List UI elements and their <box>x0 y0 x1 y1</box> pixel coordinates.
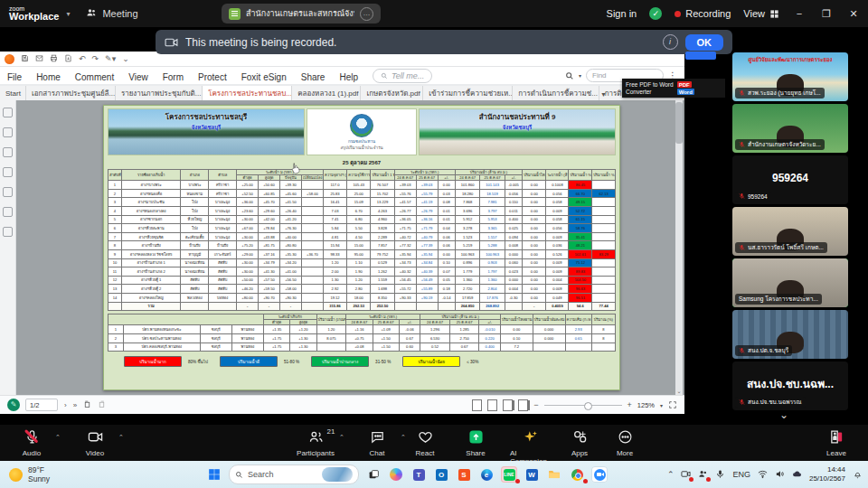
tab-meeting[interactable]: Meeting <box>77 4 146 23</box>
zoomapp-taskbar-icon[interactable] <box>591 466 608 483</box>
copilot-taskbar-icon[interactable] <box>388 466 404 483</box>
close-button[interactable]: ✕ <box>846 8 861 20</box>
minimize-button[interactable]: − <box>792 8 807 19</box>
participant-tile[interactable]: ศูนย์วิจัยและพัฒนาการเกษตรระยองสวพ.ระยอง… <box>732 52 848 101</box>
scrollbar-thumb[interactable] <box>675 102 683 144</box>
customize-toolbar-icon[interactable]: ⌄ <box>122 55 129 63</box>
comments-icon[interactable] <box>3 147 13 157</box>
chevron-up-icon[interactable]: ⌃ <box>118 434 124 441</box>
next-page-icon[interactable]: › <box>64 401 67 409</box>
zoom-in-icon[interactable]: + <box>627 400 632 409</box>
sapp-taskbar-icon[interactable]: S <box>456 466 472 483</box>
participant-tile[interactable]: สนง.ปต.จ.ชลบุรี <box>732 310 848 359</box>
save-icon[interactable] <box>21 54 29 64</box>
tell-me-search[interactable]: Tell me... <box>373 69 432 83</box>
language-indicator[interactable]: ENG <box>732 470 750 479</box>
sidebar-scroll-down-icon[interactable]: ⌄ <box>779 408 788 421</box>
line-taskbar-icon[interactable]: LINE <box>501 466 517 483</box>
annotate-pencil-icon[interactable]: ✎ <box>7 399 20 411</box>
find-search-icon[interactable] <box>565 71 574 80</box>
facing-continuous-view-icon[interactable] <box>518 399 528 411</box>
ellipsis-icon[interactable]: … <box>360 7 373 21</box>
participant-tile[interactable]: สำนักงานเกษตรจังหวัดระย... <box>732 104 848 153</box>
print-icon[interactable] <box>50 54 58 64</box>
participant-tile[interactable]: 959264959264 <box>732 155 848 204</box>
menu-comment[interactable]: Comment <box>75 72 114 82</box>
outlook-taskbar-icon[interactable]: O <box>433 466 449 483</box>
document-tab[interactable]: การดำเนินการชี้ความช่... <box>513 86 599 100</box>
maximize-button[interactable]: ❐ <box>819 8 834 20</box>
chrome-taskbar-icon[interactable] <box>569 466 585 483</box>
signature-icon[interactable] <box>3 207 13 217</box>
explorer-taskbar-icon[interactable] <box>546 466 562 483</box>
page-thumbnails-icon[interactable] <box>3 127 13 137</box>
single-page-view-icon[interactable] <box>472 399 482 411</box>
email-icon[interactable] <box>35 54 43 64</box>
foxit-logo-icon[interactable] <box>5 54 14 64</box>
sign-in-button[interactable]: Sign in <box>607 8 637 19</box>
document-tab[interactable]: โครงการชลประทานชลบ...✕ <box>203 86 292 100</box>
volume-icon[interactable] <box>775 469 785 481</box>
zoom-level[interactable]: 125% <box>637 401 655 409</box>
video-button[interactable]: Video <box>75 429 115 457</box>
pdf-to-word-ad[interactable]: Free PDF to WordConverter PDF Word <box>622 79 725 98</box>
participant-tile[interactable]: Samsung โครงการชลประทา... <box>732 258 848 307</box>
attachments-icon[interactable] <box>3 167 13 177</box>
teams-taskbar-icon[interactable]: T <box>410 466 427 483</box>
share-button[interactable]: Share <box>456 429 495 457</box>
menu-help[interactable]: Help <box>339 72 358 82</box>
rotate-right-icon[interactable] <box>98 400 106 410</box>
pen-tool-icon[interactable]: ✎▾ <box>105 55 116 63</box>
shared-doc-title-pill[interactable]: สำนักงานเกษตรและสหกรณ์จังหวัดระยอง … <box>222 4 381 23</box>
tab-overflow-icon[interactable]: ▼ <box>600 91 607 98</box>
document-tab[interactable]: เอกสารภาพประชุมศูนย์ลี... <box>26 86 116 100</box>
taskbar-search[interactable]: Search <box>229 465 359 484</box>
ok-button[interactable]: OK <box>685 34 724 51</box>
wifi-icon[interactable] <box>758 469 768 481</box>
view-button[interactable]: View <box>743 8 779 19</box>
page-number-input[interactable]: 1/2 <box>25 399 58 411</box>
tray-mic-icon[interactable] <box>715 469 725 481</box>
last-page-icon[interactable]: » <box>73 401 77 409</box>
facing-view-icon[interactable] <box>503 399 513 411</box>
redo-icon[interactable]: ↷ <box>92 55 99 63</box>
stamp-icon[interactable] <box>3 227 13 237</box>
zoom-slider-knob[interactable] <box>584 402 592 410</box>
export-icon[interactable] <box>64 54 72 64</box>
layers-icon[interactable] <box>3 187 13 197</box>
vertical-scrollbar[interactable] <box>675 100 683 395</box>
document-tab[interactable]: เกษตรจังหวัด.pdf <box>361 86 423 100</box>
chat-button[interactable]: Chat <box>357 429 397 457</box>
menu-view[interactable]: View <box>128 72 148 82</box>
document-tab[interactable]: คลองหลวง1 (1).pdf <box>292 86 361 100</box>
participants-button[interactable]: 21Participants <box>296 429 335 457</box>
cloud-icon[interactable] <box>792 469 802 481</box>
leave-button[interactable]: Leave <box>816 429 856 457</box>
security-shield-icon[interactable]: ✓ <box>649 7 662 20</box>
tray-camera-icon[interactable] <box>681 469 691 481</box>
chevron-up-icon[interactable]: ⌃ <box>55 434 61 441</box>
tray-expand-icon[interactable]: ⌃ <box>667 470 675 479</box>
participant-tile[interactable]: สนง.ปจ.ชบ.นฉพ...สนง.ปจ.ชบ.นฉพรรณ <box>732 361 848 410</box>
document-tab[interactable]: รายงานภาพประชุมกับติ... <box>116 86 203 100</box>
document-viewer[interactable]: โครงการชลประทานชลบุรี จังหวัดชลบุรี กรมช… <box>0 100 684 395</box>
ai-button[interactable]: AI Companion <box>510 429 550 465</box>
fullscreen-icon[interactable] <box>668 397 677 413</box>
bookmarks-icon[interactable] <box>3 108 13 117</box>
audio-button[interactable]: Audio <box>12 429 52 457</box>
rotate-left-icon[interactable] <box>83 400 91 410</box>
scroll-down-icon[interactable]: ⌄ <box>675 388 683 394</box>
menu-foxit-esign[interactable]: Foxit eSign <box>241 72 287 82</box>
taskbar-clock[interactable]: 14:4425/10/2567 <box>809 465 845 483</box>
tray-people-icon[interactable] <box>698 469 708 481</box>
start-taskbar-icon[interactable] <box>206 466 222 483</box>
menu-form[interactable]: Form <box>163 72 184 82</box>
upgrade-button[interactable] <box>685 52 716 60</box>
document-tab[interactable]: เข้าร่วมการชี้ความช่วยเห... <box>423 86 513 100</box>
menu-file[interactable]: File <box>7 72 22 82</box>
chevron-up-icon[interactable]: ⌃ <box>339 434 344 441</box>
chevron-down-icon[interactable]: ▾ <box>66 10 70 18</box>
notification-bell-icon[interactable] <box>853 469 863 481</box>
zoom-slider[interactable] <box>544 405 622 406</box>
zoom-dropdown-icon[interactable]: ▾ <box>660 402 663 408</box>
